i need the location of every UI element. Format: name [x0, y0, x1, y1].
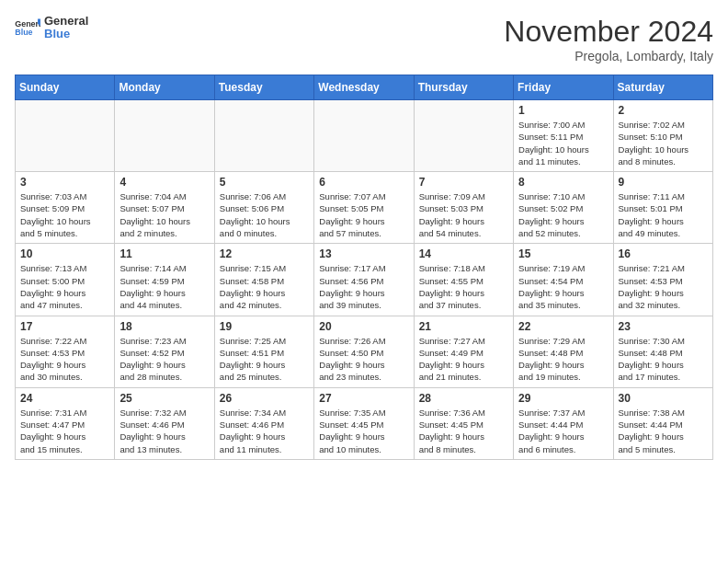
calendar-day-cell: 28Sunrise: 7:36 AM Sunset: 4:45 PM Dayli… [414, 387, 513, 459]
day-number: 8 [518, 176, 608, 189]
day-number: 12 [220, 247, 309, 260]
logo-general-text: General [44, 15, 88, 28]
day-number: 6 [319, 176, 408, 189]
calendar-day-cell: 9Sunrise: 7:11 AM Sunset: 5:01 PM Daylig… [613, 172, 712, 244]
calendar-week-row: 17Sunrise: 7:22 AM Sunset: 4:53 PM Dayli… [16, 316, 713, 387]
day-info: Sunrise: 7:30 AM Sunset: 4:48 PM Dayligh… [619, 335, 708, 384]
location: Pregola, Lombardy, Italy [504, 49, 713, 63]
calendar-day-cell: 20Sunrise: 7:26 AM Sunset: 4:50 PM Dayli… [314, 316, 414, 387]
calendar-day-cell: 4Sunrise: 7:04 AM Sunset: 5:07 PM Daylig… [115, 172, 214, 244]
calendar-day-cell: 19Sunrise: 7:25 AM Sunset: 4:51 PM Dayli… [214, 316, 313, 387]
day-info: Sunrise: 7:22 AM Sunset: 4:53 PM Dayligh… [20, 335, 109, 384]
weekday-header: Sunday [16, 75, 115, 100]
day-info: Sunrise: 7:00 AM Sunset: 5:11 PM Dayligh… [518, 119, 608, 167]
day-info: Sunrise: 7:03 AM Sunset: 5:09 PM Dayligh… [20, 190, 109, 239]
day-number: 19 [220, 320, 309, 333]
calendar-day-cell: 21Sunrise: 7:27 AM Sunset: 4:49 PM Dayli… [414, 316, 513, 387]
calendar-day-cell: 27Sunrise: 7:35 AM Sunset: 4:45 PM Dayli… [314, 387, 414, 459]
weekday-header: Wednesday [314, 75, 414, 100]
weekday-header: Monday [115, 75, 214, 100]
calendar-day-cell: 10Sunrise: 7:13 AM Sunset: 5:00 PM Dayli… [16, 244, 115, 316]
title-area: November 2024 Pregola, Lombardy, Italy [504, 15, 713, 63]
day-info: Sunrise: 7:37 AM Sunset: 4:44 PM Dayligh… [518, 407, 608, 455]
day-number: 9 [619, 176, 708, 189]
day-info: Sunrise: 7:38 AM Sunset: 4:44 PM Dayligh… [619, 407, 708, 455]
calendar-day-cell: 22Sunrise: 7:29 AM Sunset: 4:48 PM Dayli… [514, 316, 613, 387]
calendar-day-cell: 16Sunrise: 7:21 AM Sunset: 4:53 PM Dayli… [613, 244, 712, 316]
day-info: Sunrise: 7:29 AM Sunset: 4:48 PM Dayligh… [518, 335, 608, 384]
day-number: 4 [119, 176, 209, 189]
month-title: November 2024 [504, 15, 713, 49]
day-number: 17 [20, 320, 109, 333]
day-number: 25 [119, 392, 209, 405]
day-number: 24 [20, 392, 109, 405]
calendar-day-cell: 23Sunrise: 7:30 AM Sunset: 4:48 PM Dayli… [613, 316, 712, 387]
calendar-day-cell [16, 100, 115, 172]
day-info: Sunrise: 7:10 AM Sunset: 5:02 PM Dayligh… [518, 190, 608, 239]
weekday-header: Saturday [613, 75, 712, 100]
day-number: 22 [518, 320, 608, 333]
day-number: 3 [20, 176, 109, 189]
calendar-day-cell: 18Sunrise: 7:23 AM Sunset: 4:52 PM Dayli… [115, 316, 214, 387]
day-number: 26 [220, 392, 309, 405]
day-number: 20 [319, 320, 408, 333]
day-number: 21 [419, 320, 508, 333]
day-info: Sunrise: 7:19 AM Sunset: 4:54 PM Dayligh… [518, 262, 608, 311]
calendar-day-cell: 7Sunrise: 7:09 AM Sunset: 5:03 PM Daylig… [414, 172, 513, 244]
day-number: 27 [319, 392, 408, 405]
calendar-day-cell [214, 100, 313, 172]
day-number: 11 [119, 247, 209, 260]
day-info: Sunrise: 7:35 AM Sunset: 4:45 PM Dayligh… [319, 407, 408, 455]
day-number: 15 [518, 247, 608, 260]
day-number: 16 [619, 247, 708, 260]
calendar-week-row: 1Sunrise: 7:00 AM Sunset: 5:11 PM Daylig… [16, 100, 713, 172]
calendar-day-cell: 3Sunrise: 7:03 AM Sunset: 5:09 PM Daylig… [16, 172, 115, 244]
logo-icon: General Blue [15, 17, 40, 38]
calendar-day-cell: 17Sunrise: 7:22 AM Sunset: 4:53 PM Dayli… [16, 316, 115, 387]
day-info: Sunrise: 7:25 AM Sunset: 4:51 PM Dayligh… [220, 335, 309, 384]
calendar-day-cell [115, 100, 214, 172]
calendar-table: SundayMondayTuesdayWednesdayThursdayFrid… [15, 75, 713, 460]
day-info: Sunrise: 7:23 AM Sunset: 4:52 PM Dayligh… [119, 335, 209, 384]
calendar-day-cell: 13Sunrise: 7:17 AM Sunset: 4:56 PM Dayli… [314, 244, 414, 316]
calendar-day-cell: 1Sunrise: 7:00 AM Sunset: 5:11 PM Daylig… [514, 100, 613, 172]
calendar-day-cell: 6Sunrise: 7:07 AM Sunset: 5:05 PM Daylig… [314, 172, 414, 244]
day-info: Sunrise: 7:02 AM Sunset: 5:10 PM Dayligh… [619, 119, 708, 167]
day-number: 29 [518, 392, 608, 405]
calendar-week-row: 3Sunrise: 7:03 AM Sunset: 5:09 PM Daylig… [16, 172, 713, 244]
calendar-day-cell: 25Sunrise: 7:32 AM Sunset: 4:46 PM Dayli… [115, 387, 214, 459]
day-number: 28 [419, 392, 508, 405]
day-number: 23 [619, 320, 708, 333]
calendar-day-cell: 5Sunrise: 7:06 AM Sunset: 5:06 PM Daylig… [214, 172, 313, 244]
day-number: 5 [220, 176, 309, 189]
day-number: 10 [20, 247, 109, 260]
day-info: Sunrise: 7:31 AM Sunset: 4:47 PM Dayligh… [20, 407, 109, 455]
day-info: Sunrise: 7:36 AM Sunset: 4:45 PM Dayligh… [419, 407, 508, 455]
calendar-header-row: SundayMondayTuesdayWednesdayThursdayFrid… [16, 75, 713, 100]
day-info: Sunrise: 7:07 AM Sunset: 5:05 PM Dayligh… [319, 190, 408, 239]
day-info: Sunrise: 7:15 AM Sunset: 4:58 PM Dayligh… [220, 262, 309, 311]
calendar-day-cell: 8Sunrise: 7:10 AM Sunset: 5:02 PM Daylig… [514, 172, 613, 244]
day-info: Sunrise: 7:26 AM Sunset: 4:50 PM Dayligh… [319, 335, 408, 384]
weekday-header: Thursday [414, 75, 513, 100]
day-number: 1 [518, 104, 608, 117]
logo: General Blue General Blue [15, 15, 88, 41]
day-number: 18 [119, 320, 209, 333]
day-info: Sunrise: 7:32 AM Sunset: 4:46 PM Dayligh… [119, 407, 209, 455]
day-number: 30 [619, 392, 708, 405]
calendar-week-row: 10Sunrise: 7:13 AM Sunset: 5:00 PM Dayli… [16, 244, 713, 316]
weekday-header: Friday [514, 75, 613, 100]
calendar-day-cell: 24Sunrise: 7:31 AM Sunset: 4:47 PM Dayli… [16, 387, 115, 459]
day-info: Sunrise: 7:04 AM Sunset: 5:07 PM Dayligh… [119, 190, 209, 239]
calendar-day-cell: 11Sunrise: 7:14 AM Sunset: 4:59 PM Dayli… [115, 244, 214, 316]
svg-text:Blue: Blue [15, 29, 32, 38]
calendar-day-cell [414, 100, 513, 172]
day-info: Sunrise: 7:13 AM Sunset: 5:00 PM Dayligh… [20, 262, 109, 311]
day-number: 13 [319, 247, 408, 260]
day-number: 2 [619, 104, 708, 117]
day-info: Sunrise: 7:14 AM Sunset: 4:59 PM Dayligh… [119, 262, 209, 311]
calendar-week-row: 24Sunrise: 7:31 AM Sunset: 4:47 PM Dayli… [16, 387, 713, 459]
calendar-day-cell: 14Sunrise: 7:18 AM Sunset: 4:55 PM Dayli… [414, 244, 513, 316]
calendar-day-cell: 30Sunrise: 7:38 AM Sunset: 4:44 PM Dayli… [613, 387, 712, 459]
day-info: Sunrise: 7:21 AM Sunset: 4:53 PM Dayligh… [619, 262, 708, 311]
